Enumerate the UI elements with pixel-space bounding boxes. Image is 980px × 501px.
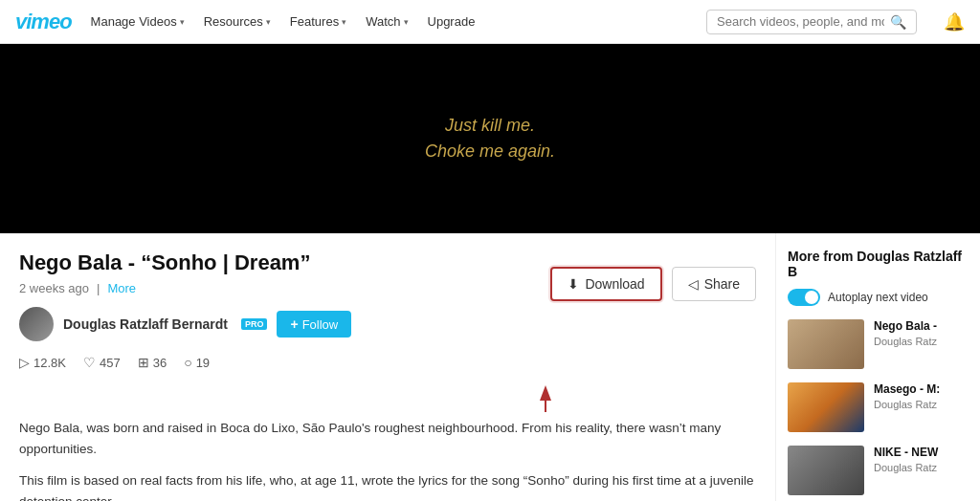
follow-button[interactable]: + Follow (277, 311, 351, 338)
likes-count: 457 (100, 356, 121, 370)
stats-row: ▷ 12.8K ♡ 457 ⊞ 36 ○ 19 (19, 355, 756, 370)
sidebar-thumb-1 (788, 319, 864, 369)
pro-badge: PRO (241, 318, 268, 330)
sidebar: More from Douglas Ratzlaff B Autoplay ne… (775, 233, 980, 501)
annotation-arrow (488, 385, 603, 414)
sidebar-video-info-3: NIKE - NEW Douglas Ratz (874, 446, 969, 495)
follow-label: Follow (302, 317, 339, 332)
upgrade-link[interactable]: Upgrade (428, 14, 476, 29)
resources-menu[interactable]: Resources ▾ (204, 14, 271, 29)
overlay-line2: Choke me again. (425, 139, 555, 164)
posted-time: 2 weeks ago (19, 281, 89, 295)
plays-icon: ▷ (19, 355, 30, 370)
sidebar-video-author-3: Douglas Ratz (874, 462, 969, 473)
comments-stat[interactable]: ○ 19 (184, 355, 210, 370)
desc-p2: This film is based on real facts from hi… (19, 470, 756, 501)
video-player[interactable]: Just kill me. Choke me again. (0, 44, 980, 233)
download-label: Download (585, 276, 644, 292)
features-label: Features (290, 14, 339, 29)
collections-count: 36 (153, 356, 167, 370)
layers-icon: ⊞ (138, 355, 149, 370)
content-area: Nego Bala - “Sonho | Dream” 2 weeks ago … (0, 233, 775, 501)
upgrade-label: Upgrade (428, 14, 476, 29)
sidebar-video-title-3: NIKE - NEW (874, 446, 969, 459)
main-layout: Nego Bala - “Sonho | Dream” 2 weeks ago … (0, 233, 980, 501)
autoplay-row: Autoplay next video (788, 289, 969, 306)
share-icon: ◁ (688, 276, 699, 292)
sidebar-video-info-1: Nego Bala - Douglas Ratz (874, 319, 969, 369)
author-name[interactable]: Douglas Ratzlaff Bernardt (63, 316, 228, 332)
resources-chevron: ▾ (266, 17, 271, 27)
search-box: 🔍 (706, 10, 917, 34)
sidebar-video-title-1: Nego Bala - (874, 319, 969, 333)
author-row: Douglas Ratzlaff Bernardt PRO + Follow (19, 307, 550, 341)
comments-count: 19 (196, 356, 210, 370)
watch-label: Watch (366, 14, 400, 29)
notifications-bell[interactable]: 🔔 (944, 11, 965, 33)
manage-videos-chevron: ▾ (180, 17, 185, 27)
search-input[interactable] (717, 14, 884, 29)
watch-chevron: ▾ (404, 17, 409, 27)
download-button[interactable]: ⬇ Download (550, 267, 661, 301)
sidebar-video-info-2: Masego - M: Douglas Ratz (874, 382, 969, 432)
vimeo-logo[interactable]: vimeo (15, 10, 72, 34)
arrow-annotation (19, 385, 756, 414)
share-button[interactable]: ◁ Share (672, 267, 756, 301)
likes-stat[interactable]: ♡ 457 (83, 355, 121, 370)
plays-count: 12.8K (33, 356, 66, 370)
features-chevron: ▾ (342, 17, 346, 27)
description: Nego Bala, was born and raised in Boca d… (19, 418, 756, 501)
sidebar-thumb-3 (788, 446, 864, 495)
share-label: Share (704, 276, 740, 292)
overlay-line1: Just kill me. (425, 113, 555, 139)
autoplay-label: Autoplay next video (828, 291, 928, 304)
manage-videos-menu[interactable]: Manage Videos ▾ (91, 14, 185, 29)
desc-p1: Nego Bala, was born and raised in Boca d… (19, 418, 756, 459)
manage-videos-label: Manage Videos (91, 14, 177, 29)
sidebar-video-3[interactable]: NIKE - NEW Douglas Ratz (788, 446, 969, 495)
navigation: vimeo Manage Videos ▾ Resources ▾ Featur… (0, 0, 980, 44)
comment-icon: ○ (184, 355, 191, 370)
plus-icon: + (290, 316, 298, 332)
toggle-knob (805, 291, 818, 304)
sidebar-video-author-2: Douglas Ratz (874, 399, 969, 410)
autoplay-toggle[interactable] (788, 289, 820, 306)
sidebar-title: More from Douglas Ratzlaff B (788, 249, 969, 279)
sidebar-thumb-2 (788, 382, 864, 432)
sidebar-video-2[interactable]: Masego - M: Douglas Ratz (788, 382, 969, 432)
sidebar-video-author-1: Douglas Ratz (874, 336, 969, 347)
sidebar-video-1[interactable]: Nego Bala - Douglas Ratz (788, 319, 969, 369)
avatar[interactable] (19, 307, 54, 341)
download-icon: ⬇ (568, 276, 579, 292)
collections-stat[interactable]: ⊞ 36 (138, 355, 167, 370)
more-link[interactable]: More (107, 281, 136, 295)
heart-icon: ♡ (83, 355, 96, 370)
sidebar-video-title-2: Masego - M: (874, 382, 969, 396)
plays-stat: ▷ 12.8K (19, 355, 66, 370)
video-overlay-text: Just kill me. Choke me again. (425, 113, 555, 164)
watch-menu[interactable]: Watch ▾ (366, 14, 408, 29)
resources-label: Resources (204, 14, 263, 29)
features-menu[interactable]: Features ▾ (290, 14, 346, 29)
actions-row: ⬇ Download ◁ Share (550, 267, 756, 301)
search-icon: 🔍 (890, 14, 906, 30)
